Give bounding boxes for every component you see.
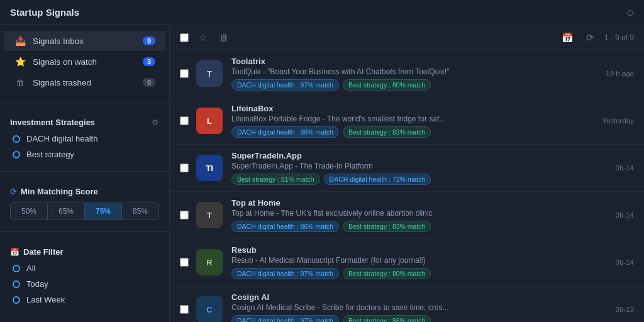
star-toolbar-icon[interactable]: ☆ (196, 31, 209, 45)
signal-company: Toolatrix (231, 57, 596, 66)
date-dot-today (13, 280, 20, 288)
trashed-badge: 0 (143, 78, 155, 87)
signal-avatar: TI (196, 155, 223, 181)
date-filter-section: 📅 Date Filter All Today Last Week (0, 236, 169, 313)
signal-checkbox[interactable] (180, 305, 189, 314)
signal-date: 06-14 (616, 258, 634, 266)
inbox-icon: 📥 (14, 36, 26, 46)
signal-tag: Best strategy : 83% match (343, 126, 431, 138)
strategy-item-best[interactable]: Best strategy (0, 147, 169, 162)
signal-tag: Best strategy : 83% match (343, 221, 431, 232)
signal-info: SuperTradeIn.App SuperTradeIn.App - The … (231, 151, 606, 185)
calendar-toolbar-icon[interactable]: 📅 (559, 31, 576, 45)
sidebar-item-trashed[interactable]: 🗑 Signals trashed 0 (4, 72, 165, 92)
signal-checkbox[interactable] (180, 211, 189, 219)
sidebar-divider-3 (0, 231, 169, 232)
sidebar-item-inbox[interactable]: 📥 Signals Inbox 9 (4, 31, 165, 51)
strategy-item-dach[interactable]: DACH digital health (0, 131, 169, 147)
score-icon: ⟳ (10, 187, 17, 196)
signal-checkbox[interactable] (180, 69, 189, 78)
date-label-all: All (26, 264, 35, 273)
signal-row[interactable]: TI SuperTradeIn.App SuperTradeIn.App - T… (170, 145, 644, 192)
signal-tag: DACH digital health : 97% match (231, 268, 339, 279)
toolbar-count: 1 - 9 of 9 (604, 33, 634, 42)
signal-checkbox[interactable] (180, 116, 189, 125)
signal-tags: DACH digital health : 97% matchBest stra… (231, 268, 606, 279)
signal-row[interactable]: T Top at Home Top at Home - The UK's fis… (170, 192, 644, 239)
date-dot-lastweek (13, 296, 20, 304)
signal-checkbox[interactable] (180, 258, 189, 267)
signal-company: LifeinaBox (231, 104, 592, 113)
signal-description: LifeinaBox Portable Fridge - The world's… (231, 114, 533, 123)
signal-description: Cosign AI Medical Scribe - Scribe for do… (231, 303, 533, 312)
date-item-today[interactable]: Today (0, 276, 169, 292)
strategy-label-best: Best strategy (26, 150, 74, 159)
watch-icon: ⭐ (14, 57, 26, 67)
signal-tag: DACH digital health : 97% match (231, 79, 339, 91)
calendar-icon: 📅 (10, 248, 19, 257)
score-btn-50[interactable]: 50% (11, 203, 48, 219)
sidebar-divider-2 (0, 171, 169, 172)
signal-info: Toolatrix ToolQuix - "Boost Your Busines… (231, 57, 596, 91)
inbox-badge: 9 (143, 36, 155, 45)
signal-tag: DACH digital health : 72% match (324, 174, 431, 185)
signal-row[interactable]: C Cosign AI Cosign AI Medical Scribe - S… (170, 286, 644, 322)
watch-label: Signals on watch (33, 57, 143, 67)
signal-tag: Best strategy : 86% match (343, 315, 431, 322)
date-dot-all (13, 265, 20, 272)
sidebar-divider-1 (0, 102, 169, 103)
score-btn-85[interactable]: 85% (122, 203, 158, 219)
signal-tag: DACH digital health : 97% match (231, 315, 339, 322)
select-all-checkbox[interactable] (180, 33, 189, 42)
signal-list: T Toolatrix ToolQuix - "Boost Your Busin… (170, 50, 644, 322)
signal-tag: DACH digital health : 86% match (231, 126, 339, 138)
signal-company: SuperTradeIn.App (231, 151, 606, 160)
signal-description: SuperTradeIn.App - The Trade-In Platform (231, 162, 533, 170)
score-btn-75[interactable]: 75% (85, 203, 122, 219)
strategy-label-dach: DACH digital health (26, 134, 97, 143)
trashed-label: Signals trashed (33, 78, 143, 87)
signal-row[interactable]: T Toolatrix ToolQuix - "Boost Your Busin… (170, 50, 644, 97)
sidebar: 📥 Signals Inbox 9 ⭐ Signals on watch 3 🗑… (0, 25, 170, 322)
signal-date: 06-14 (616, 164, 634, 172)
trash-toolbar-icon[interactable]: 🗑 (217, 31, 231, 44)
signal-checkbox[interactable] (180, 164, 189, 172)
refresh-toolbar-icon[interactable]: ⟳ (584, 31, 597, 45)
signal-avatar: T (196, 202, 223, 228)
signal-tag: Best strategy : 81% match (231, 174, 320, 185)
signal-company: Cosign AI (231, 292, 606, 302)
min-score-title: Min Matching Score (21, 187, 98, 196)
strategy-dot-dach (13, 135, 20, 143)
signal-row[interactable]: L LifeinaBox LifeinaBox Portable Fridge … (170, 97, 644, 145)
min-score-header: ⟳ Min Matching Score (0, 180, 169, 200)
date-label-today: Today (26, 279, 48, 289)
signal-row[interactable]: R Resub Resub - AI Medical Manuscript Fo… (170, 239, 644, 286)
signal-avatar: T (196, 60, 223, 87)
date-filter-title: Date Filter (23, 247, 64, 257)
main-layout: 📥 Signals Inbox 9 ⭐ Signals on watch 3 🗑… (0, 25, 644, 322)
strategy-dot-best (13, 151, 20, 158)
gear-icon[interactable]: ⚙ (152, 118, 159, 127)
signal-date: Yesterday (602, 117, 634, 125)
sidebar-item-watch[interactable]: ⭐ Signals on watch 3 (4, 52, 165, 72)
signal-company: Resub (231, 245, 606, 255)
main-content: ☆ 🗑 📅 ⟳ 1 - 9 of 9 T Toolatrix ToolQuix … (170, 25, 644, 322)
score-buttons: 50% 65% 75% 85% (10, 203, 159, 220)
signal-tag: DACH digital health : 86% match (231, 221, 339, 232)
signal-company: Top at Home (231, 198, 606, 208)
investment-strategies-header: Investment Strategies ⚙ (0, 111, 169, 131)
signal-avatar: C (196, 296, 223, 322)
signal-avatar: L (196, 108, 223, 134)
signal-avatar: R (196, 249, 223, 275)
date-item-all[interactable]: All (0, 260, 169, 276)
signal-tags: Best strategy : 81% matchDACH digital he… (231, 174, 606, 185)
signal-info: Resub Resub - AI Medical Manuscript Form… (231, 245, 606, 279)
settings-icon[interactable]: ⊙ (626, 8, 634, 18)
app-header: Startup Signals ⊙ (0, 0, 644, 25)
score-btn-65[interactable]: 65% (48, 203, 85, 219)
watch-badge: 3 (143, 57, 155, 66)
date-item-lastweek[interactable]: Last Week (0, 292, 169, 308)
signal-tags: DACH digital health : 86% matchBest stra… (231, 221, 606, 232)
signal-tag: Best strategy : 80% match (343, 268, 431, 279)
date-filter-header: 📅 Date Filter (0, 241, 169, 260)
